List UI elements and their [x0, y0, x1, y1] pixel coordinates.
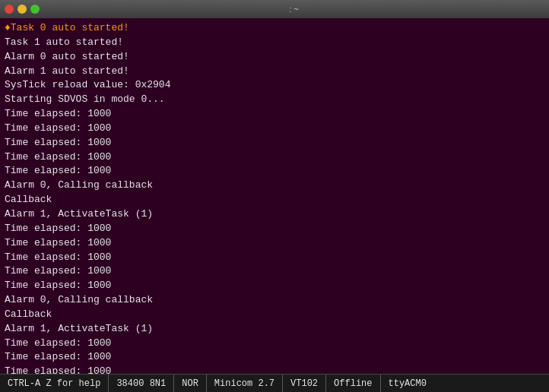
- terminal-line: Time elapsed: 1000: [5, 164, 544, 179]
- terminal-line: Time elapsed: 1000: [5, 365, 544, 374]
- terminal-line: Callback: [5, 308, 544, 322]
- terminal-line: Alarm 1, ActivateTask (1): [5, 207, 544, 222]
- terminal-line: Callback: [5, 193, 544, 207]
- terminal-line: Time elapsed: 1000: [5, 222, 544, 236]
- terminal-line: Time elapsed: 1000: [5, 136, 544, 150]
- titlebar: : ~: [0, 0, 549, 18]
- statusbar-item-baud: 38400 8N1: [109, 375, 174, 392]
- terminal-line: Time elapsed: 1000: [5, 122, 544, 136]
- statusbar-item-tty: ttyACM0: [381, 375, 434, 392]
- terminal-line: Alarm 1 auto started!: [5, 65, 544, 79]
- terminal-line: Alarm 0, Calling callback: [5, 293, 544, 308]
- terminal-line: Time elapsed: 1000: [5, 251, 544, 265]
- minimize-button[interactable]: [17, 5, 27, 14]
- terminal-line: Alarm 0, Calling callback: [5, 179, 544, 193]
- terminal-line: Time elapsed: 1000: [5, 107, 544, 122]
- close-button[interactable]: [5, 5, 14, 14]
- terminal-line: Alarm 0 auto started!: [5, 50, 544, 65]
- terminal-line: Time elapsed: 1000: [5, 337, 544, 351]
- statusbar-item-offline: Offline: [326, 375, 380, 392]
- terminal-line: Time elapsed: 1000: [5, 350, 544, 365]
- window-title: : ~: [43, 5, 544, 14]
- terminal-line: Time elapsed: 1000: [5, 236, 544, 251]
- terminal-line: ♦Task 0 auto started!: [5, 21, 544, 36]
- terminal-line: Task 1 auto started!: [5, 36, 544, 50]
- terminal-line: Time elapsed: 1000: [5, 264, 544, 279]
- terminal-line: Starting SDVOS in mode 0...: [5, 93, 544, 107]
- terminal-line: Time elapsed: 1000: [5, 150, 544, 165]
- terminal-line: Time elapsed: 1000: [5, 279, 544, 293]
- terminal-output: ♦Task 0 auto started!Task 1 auto started…: [0, 18, 549, 374]
- terminal-line: SysTick reload value: 0x2904: [5, 78, 544, 93]
- statusbar: CTRL-A Z for help38400 8N1NORMinicom 2.7…: [0, 374, 549, 392]
- terminal-line: Alarm 1, ActivateTask (1): [5, 322, 544, 337]
- statusbar-item-help: CTRL-A Z for help: [0, 375, 109, 392]
- statusbar-item-vt102: VT102: [283, 375, 326, 392]
- statusbar-item-minicom: Minicom 2.7: [207, 375, 283, 392]
- statusbar-item-nor: NOR: [174, 375, 207, 392]
- maximize-button[interactable]: [30, 5, 40, 14]
